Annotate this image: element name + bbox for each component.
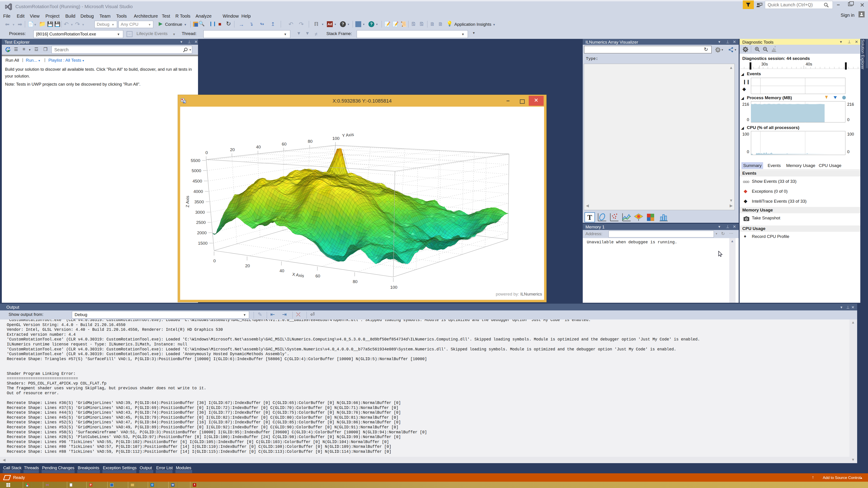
svg-text:20: 20	[245, 263, 250, 268]
svg-text:80: 80	[308, 139, 312, 144]
svg-text:4000: 4000	[193, 189, 203, 194]
svg-text:0: 0	[206, 150, 208, 155]
svg-text:40s: 40s	[806, 62, 812, 66]
svg-text:4500: 4500	[193, 179, 202, 184]
svg-text:Y Axis: Y Axis	[342, 132, 354, 138]
svg-text:5500: 5500	[191, 158, 200, 163]
svg-text:100: 100	[390, 285, 397, 290]
svg-text:3500: 3500	[194, 199, 204, 204]
svg-text:2500: 2500	[196, 220, 206, 225]
svg-text:?: ?	[774, 46, 776, 48]
svg-text:X Axis: X Axis	[292, 272, 304, 278]
svg-text:100: 100	[332, 136, 340, 141]
svg-text:40: 40	[256, 144, 260, 149]
svg-text:3000: 3000	[195, 210, 205, 215]
svg-text:2000: 2000	[197, 230, 207, 235]
svg-text:60: 60	[315, 273, 320, 278]
svg-text:powered by: ILNumerics: powered by: ILNumerics	[496, 292, 542, 296]
svg-text:40: 40	[279, 268, 284, 273]
svg-text:1500: 1500	[198, 241, 208, 246]
svg-text:60: 60	[282, 142, 286, 147]
svg-text:5000: 5000	[192, 168, 201, 173]
svg-text:Z Axis: Z Axis	[185, 196, 190, 207]
svg-text:20: 20	[230, 147, 235, 152]
svg-text:80: 80	[352, 279, 358, 284]
svg-text:30s: 30s	[761, 62, 768, 66]
svg-text:0: 0	[213, 258, 216, 263]
svg-text:T: T	[587, 213, 592, 221]
